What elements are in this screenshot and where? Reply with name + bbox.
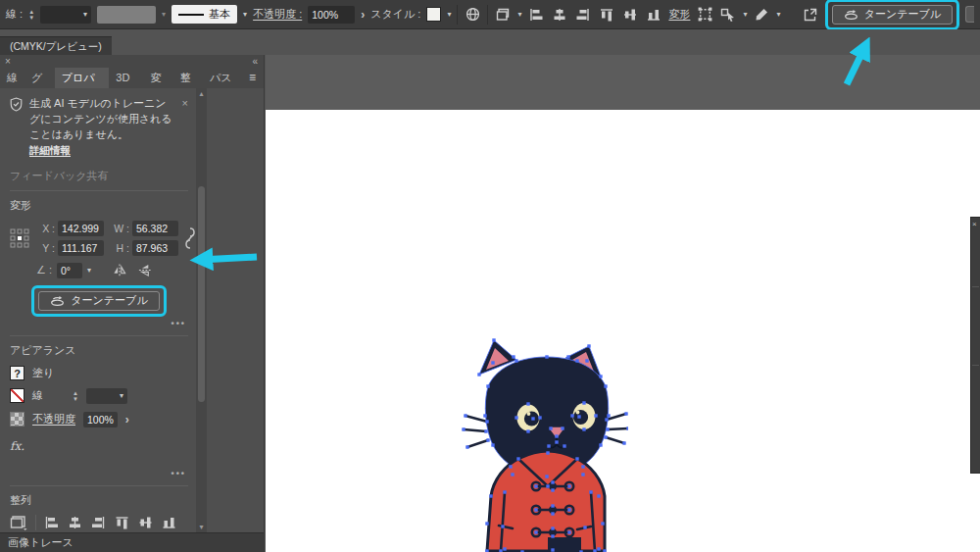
turntable-highlight-annotation: ターンテーブル: [31, 285, 166, 317]
appearance-section-title: アピアランス: [10, 343, 188, 358]
document-info-icon[interactable]: [464, 6, 481, 24]
collapse-panel-icon[interactable]: «: [252, 55, 258, 68]
arrange-documents-icon[interactable]: [494, 6, 512, 24]
x-field[interactable]: 142.999: [58, 221, 104, 236]
scroll-up-icon[interactable]: ▴: [196, 89, 207, 98]
stroke-weight-field[interactable]: ▾: [86, 388, 127, 404]
opacity-field[interactable]: 100%: [83, 412, 118, 427]
style-label: スタイル :: [370, 7, 420, 22]
tab-transform[interactable]: 変形: [143, 68, 172, 88]
opacity-link[interactable]: 不透明度 :: [253, 7, 302, 22]
close-notice-icon[interactable]: ×: [182, 96, 188, 112]
stroke-label: 線: [32, 388, 43, 403]
align-section-title: 整列: [10, 493, 188, 508]
chevron-down-icon[interactable]: ▾: [87, 266, 91, 275]
width-profile-dropdown[interactable]: [97, 6, 156, 24]
chevron-down-icon: ▾: [447, 10, 451, 19]
close-icon[interactable]: ×: [972, 220, 977, 228]
align-center-icon[interactable]: [67, 515, 83, 530]
document-tab-strip: (CMYK/プレビュー): [0, 29, 980, 55]
chevron-down-icon: ▾: [776, 10, 780, 19]
transform-link[interactable]: 変形: [668, 7, 690, 22]
tab-properties[interactable]: プロパティ: [55, 68, 110, 88]
reference-point-grid[interactable]: [10, 228, 29, 248]
panel-scrollbar[interactable]: ▴ ▾: [196, 88, 207, 532]
panel-tab-bar: 線 グラ プロパティ 3D と 変形 整列 パスフ ≡: [0, 68, 264, 88]
docked-panel-edge[interactable]: ×: [970, 217, 980, 474]
export-icon[interactable]: [802, 6, 819, 24]
align-bottom-icon[interactable]: [645, 6, 662, 24]
align-left-icon[interactable]: [527, 6, 545, 24]
cat-artwork[interactable]: [462, 327, 628, 552]
align-right-icon[interactable]: [90, 515, 107, 530]
fill-swatch[interactable]: ?: [10, 366, 24, 380]
details-link[interactable]: 詳細情報: [29, 144, 71, 156]
bounding-box-icon[interactable]: [696, 6, 713, 24]
chevron-down-icon: ▾: [743, 10, 747, 19]
recolor-artwork-icon[interactable]: [753, 6, 770, 24]
align-top-icon[interactable]: [114, 515, 130, 530]
chevron-right-icon[interactable]: ›: [125, 414, 129, 426]
tab-stroke[interactable]: 線: [0, 68, 24, 88]
select-similar-icon[interactable]: [719, 6, 737, 24]
align-bottom-icon[interactable]: [161, 515, 177, 530]
transform-section-title: 変形: [10, 198, 188, 213]
brush-definition-dropdown[interactable]: 基本: [172, 5, 237, 24]
w-field[interactable]: 56.382: [132, 221, 178, 236]
turntable-button-top[interactable]: ターンテーブル: [832, 5, 953, 25]
properties-panel: × « 線 グラ プロパティ 3D と 変形 整列 パスフ ≡: [0, 55, 265, 552]
chevron-down-icon: ▾: [120, 388, 123, 404]
brush-stroke-preview: [178, 14, 204, 16]
stroke-weight-stepper[interactable]: ▲▼: [73, 390, 78, 402]
tab-gradient[interactable]: グラ: [24, 68, 55, 88]
image-trace-tab[interactable]: 画像トレース: [0, 533, 74, 552]
feedback-link[interactable]: フィードバック共有: [10, 169, 188, 183]
align-top-icon[interactable]: [598, 6, 615, 24]
brush-name: 基本: [209, 7, 230, 22]
stroke-swatch-none[interactable]: [10, 388, 24, 403]
flip-vertical-icon[interactable]: [137, 263, 153, 277]
stroke-label: 線 :: [6, 7, 23, 22]
clipped-toolbar-icon[interactable]: [965, 6, 974, 23]
more-options[interactable]: •••: [10, 319, 186, 328]
canvas[interactable]: ×: [266, 55, 980, 552]
control-bar: 線 : ▲▼ ▾ ▾ 基本 ▾ 不透明度 : 100% › スタイル : ▾ ▾: [0, 0, 980, 29]
opacity-swatch[interactable]: [10, 412, 24, 427]
chevron-right-icon[interactable]: ›: [361, 9, 365, 21]
stroke-weight-stepper[interactable]: ▲▼: [28, 9, 34, 21]
angle-field[interactable]: 0°: [57, 263, 82, 278]
turntable-icon: [844, 8, 858, 21]
opacity-field[interactable]: 100%: [308, 6, 355, 24]
flip-horizontal-icon[interactable]: [112, 263, 127, 277]
panel-menu-icon[interactable]: ≡: [241, 68, 264, 88]
align-to-artboard-icon[interactable]: [10, 514, 28, 531]
close-icon[interactable]: ×: [5, 55, 11, 68]
h-field[interactable]: 87.963: [132, 240, 178, 256]
fill-label: 塗り: [32, 366, 54, 380]
tab-pathfinder[interactable]: パスフ: [203, 68, 241, 88]
turntable-highlight-annotation: ターンテーブル: [825, 0, 959, 30]
align-center-icon[interactable]: [551, 6, 568, 24]
tab-align[interactable]: 整列: [173, 68, 203, 88]
align-middle-icon[interactable]: [137, 515, 154, 530]
style-swatch[interactable]: [426, 7, 441, 22]
chevron-down-icon: ▾: [162, 10, 166, 19]
scroll-down-icon[interactable]: ▾: [196, 523, 207, 531]
image-trace-bar[interactable]: 画像トレース: [0, 532, 264, 552]
turntable-button-panel[interactable]: ターンテーブル: [38, 291, 159, 311]
opacity-link[interactable]: 不透明度: [32, 412, 75, 427]
unlink-proportions-icon[interactable]: [183, 226, 197, 250]
stroke-weight-field[interactable]: ▾: [40, 6, 91, 24]
more-options[interactable]: •••: [10, 469, 186, 478]
chevron-down-icon: ▾: [517, 10, 521, 19]
align-middle-icon[interactable]: [621, 6, 639, 24]
fx-effects-label[interactable]: fx.: [10, 439, 188, 453]
align-left-icon[interactable]: [43, 515, 60, 530]
align-right-icon[interactable]: [574, 6, 592, 24]
scrollbar-thumb[interactable]: [198, 186, 205, 402]
y-field[interactable]: 111.167: [58, 240, 104, 256]
tab-3d[interactable]: 3D と: [109, 68, 143, 88]
ai-training-notice: × 生成 AI モデルのトレーニン グにコンテンツが使用される ことはありません…: [10, 94, 188, 159]
shield-check-icon: [10, 97, 23, 112]
document-tab[interactable]: (CMYK/プレビュー): [0, 36, 112, 55]
